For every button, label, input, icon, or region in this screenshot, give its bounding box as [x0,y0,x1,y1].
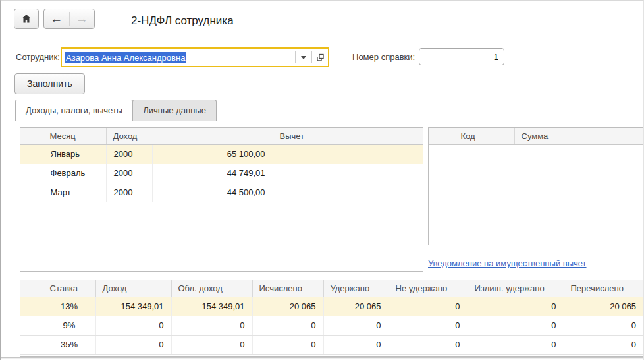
window-bottom-edge-highlight [1,358,644,359]
employee-input[interactable]: Азарова Анна Александровна [61,47,329,67]
employee-label: Сотрудник: [16,52,60,62]
over-withheld-cell[interactable]: 0 [468,297,564,316]
column-header-amount: Сумма [514,128,643,144]
tax-table-header-row: Ставка Доход Обл. доход Исчислено Удержа… [20,280,643,297]
column-header-taxable-income: Обл. доход [171,280,252,297]
income-code-cell[interactable]: 2000 [106,164,152,183]
deduction-amount-cell[interactable] [319,164,423,183]
column-header-transferred: Перечислено [564,280,643,297]
employee-dropdown-button[interactable] [296,49,311,66]
row-selector-header [20,280,43,297]
page-title: 2-НДФЛ сотрудника [131,15,234,28]
not-withheld-cell[interactable]: 0 [389,316,468,335]
tab-bar: Доходы, налоги, вычеты Личные данные [15,100,217,121]
income-amount-cell[interactable]: 44 749,01 [152,164,273,183]
column-header-month: Месяц [43,128,106,144]
not-withheld-cell[interactable]: 0 [389,297,468,316]
tab-personal-data[interactable]: Личные данные [132,100,217,121]
forward-button[interactable]: → [70,9,95,28]
window-2ndfl-form: ← → 2-НДФЛ сотрудника Сотрудник: Азарова… [0,0,644,360]
income-cell[interactable]: 0 [95,316,171,335]
column-header-withheld: Удержано [323,280,389,297]
back-button[interactable]: ← [44,9,69,28]
deduction-code-cell[interactable] [273,164,319,183]
over-withheld-cell[interactable]: 0 [468,316,564,335]
tax-totals-table: Ставка Доход Обл. доход Исчислено Удержа… [20,280,644,357]
calculated-cell[interactable]: 0 [252,316,323,335]
month-cell[interactable]: Январь [43,144,106,164]
row-selector-cell[interactable] [20,164,43,183]
deduction-table-header-row: Код Сумма [429,128,643,144]
employee-input-text[interactable]: Азарова Анна Александровна [62,49,295,66]
row-selector-cell[interactable] [20,316,43,335]
deduction-code-cell[interactable] [273,183,319,202]
row-selector-cell[interactable] [20,335,43,354]
income-code-cell[interactable]: 2000 [106,183,152,202]
table-row[interactable]: 35% 0 0 0 0 0 0 0 [20,335,643,354]
forward-arrow-icon: → [76,12,88,26]
transferred-cell[interactable]: 0 [564,316,643,335]
calculated-cell[interactable]: 20 065 [252,297,323,316]
withheld-cell[interactable]: 0 [323,335,389,354]
column-header-deduction: Вычет [273,128,423,144]
column-header-calculated: Исчислено [252,280,323,297]
property-deduction-notice-link[interactable]: Уведомление на имущественный вычет [428,258,587,268]
back-arrow-icon: ← [50,12,63,26]
certificate-number-input[interactable] [419,48,504,65]
chevron-down-icon [301,56,306,59]
withheld-cell[interactable]: 0 [323,316,389,335]
row-selector-cell[interactable] [20,183,43,202]
income-cell[interactable]: 154 349,01 [95,297,171,316]
transferred-cell[interactable]: 0 [564,335,643,354]
fill-button[interactable]: Заполнить [14,73,85,94]
calculated-cell[interactable]: 0 [252,335,323,354]
row-selector-cell[interactable] [20,297,43,316]
column-header-code: Код [454,128,514,144]
not-withheld-cell[interactable]: 0 [389,335,468,354]
income-code-cell[interactable]: 2000 [106,144,152,164]
deduction-code-cell[interactable] [273,144,319,164]
tab-income-taxes-deductions[interactable]: Доходы, налоги, вычеты [15,100,133,121]
month-cell[interactable]: Февраль [43,164,106,183]
row-selector-header [20,128,43,144]
table-row[interactable]: 9% 0 0 0 0 0 0 0 [20,316,643,335]
income-cell[interactable]: 0 [95,335,171,354]
navigation-buttons: ← → [43,9,95,29]
row-selector-cell[interactable] [20,144,43,164]
row-selector-header [429,128,454,144]
certificate-number-label: Номер справки: [352,52,415,62]
income-amount-cell[interactable]: 65 100,00 [152,144,273,164]
rate-cell[interactable]: 13% [43,297,95,316]
transferred-cell[interactable]: 20 065 [564,297,643,316]
deduction-amount-cell[interactable] [319,183,423,202]
table-row[interactable]: Январь 2000 65 100,00 [20,144,423,164]
table-row[interactable]: Март 2000 44 500,00 [20,183,423,202]
employee-selected-text: Азарова Анна Александровна [65,52,186,63]
withheld-cell[interactable]: 20 065 [323,297,389,316]
taxable-income-cell[interactable]: 154 349,01 [171,297,252,316]
employee-open-button[interactable] [312,49,328,66]
column-header-not-withheld: Не удержано [389,280,468,297]
income-table: Месяц Доход Вычет Январь 2000 65 100,00 … [20,127,423,272]
home-button[interactable] [14,9,39,29]
month-cell[interactable]: Март [43,183,106,202]
column-header-income: Доход [106,128,273,144]
deduction-amount-cell[interactable] [319,144,423,164]
rate-cell[interactable]: 35% [43,335,95,354]
column-header-income: Доход [95,280,171,297]
table-row[interactable]: Февраль 2000 44 749,01 [20,164,423,183]
taxable-income-cell[interactable]: 0 [171,335,252,354]
taxable-income-cell[interactable]: 0 [171,316,252,335]
income-amount-cell[interactable]: 44 500,00 [152,183,273,202]
home-icon [22,15,31,23]
table-row[interactable]: 13% 154 349,01 154 349,01 20 065 20 065 … [20,297,643,316]
deduction-codes-table: Код Сумма [428,127,644,245]
open-window-icon [316,53,325,62]
over-withheld-cell[interactable]: 0 [468,335,564,354]
income-table-header-row: Месяц Доход Вычет [20,128,423,144]
rate-cell[interactable]: 9% [43,316,95,335]
column-header-rate: Ставка [43,280,95,297]
column-header-over-withheld: Излиш. удержано [468,280,564,297]
